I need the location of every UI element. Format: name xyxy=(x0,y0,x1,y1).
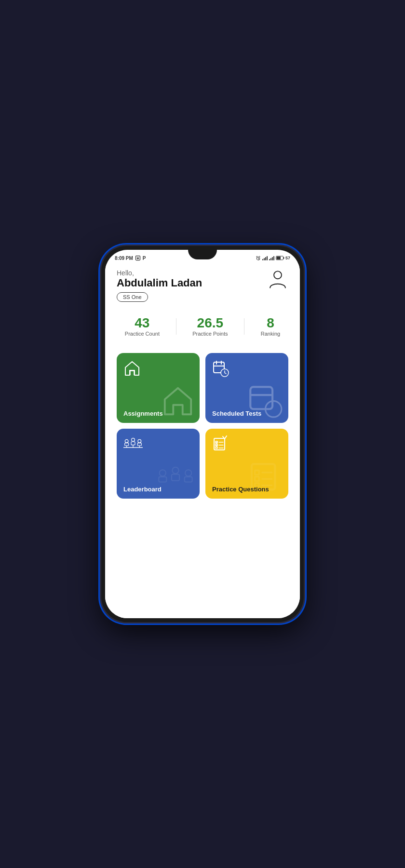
phone-screen: 8:09 PM P xyxy=(105,250,300,618)
home-bg-icon xyxy=(161,384,195,418)
stats-row: 43 Practice Count 26.5 Practice Points 8… xyxy=(117,312,288,341)
svg-point-8 xyxy=(274,271,282,279)
class-badge: SS One xyxy=(117,292,148,302)
greeting-block: Hello, Abdulalim Ladan SS One xyxy=(117,269,202,302)
ranking-label: Ranking xyxy=(261,331,280,337)
signal-icon-1 xyxy=(262,256,268,260)
svg-rect-32 xyxy=(185,477,192,482)
scheduled-tests-card[interactable]: Scheduled Tests xyxy=(205,353,288,423)
leaderboard-bg-icon xyxy=(156,462,195,494)
avatar-icon xyxy=(268,269,287,290)
svg-point-17 xyxy=(125,440,128,443)
ranking-number: 8 xyxy=(267,316,274,330)
checklist-icon xyxy=(212,435,229,452)
phone-frame: 8:09 PM P xyxy=(101,246,304,622)
practice-questions-card[interactable]: Practice Questions xyxy=(205,429,288,499)
svg-point-20 xyxy=(132,438,135,442)
svg-rect-24 xyxy=(137,443,141,446)
assignments-card[interactable]: Assignments xyxy=(117,353,200,423)
scheduled-tests-label: Scheduled Tests xyxy=(212,410,261,417)
leaderboard-card[interactable]: Leaderboard xyxy=(117,429,200,499)
practice-count-number: 43 xyxy=(135,316,149,330)
svg-rect-14 xyxy=(250,387,272,409)
calendar-clock-icon xyxy=(212,360,230,377)
leaderboard-icon xyxy=(123,435,143,452)
assignments-label: Assignments xyxy=(123,410,163,417)
p-icon: P xyxy=(143,256,146,261)
download-icon xyxy=(135,255,141,261)
practice-count-label: Practice Count xyxy=(125,331,160,337)
battery-percent: 57 xyxy=(285,256,290,260)
practice-questions-label: Practice Questions xyxy=(212,486,269,493)
stat-practice-points: 26.5 Practice Points xyxy=(192,316,228,337)
practice-points-number: 26.5 xyxy=(197,316,224,330)
greeting-hello: Hello, xyxy=(117,269,202,277)
leaderboard-label: Leaderboard xyxy=(123,486,162,493)
home-icon xyxy=(123,360,141,377)
svg-rect-36 xyxy=(216,447,217,448)
svg-line-4 xyxy=(259,256,260,257)
alarm-icon xyxy=(256,256,261,261)
svg-point-28 xyxy=(172,467,178,474)
signal-icon-2 xyxy=(269,256,274,260)
svg-line-3 xyxy=(256,256,257,257)
svg-rect-42 xyxy=(255,477,259,481)
header-section: Hello, Abdulalim Ladan SS One xyxy=(117,269,288,302)
phone-content: Hello, Abdulalim Ladan SS One 43 Practic… xyxy=(105,264,300,618)
stat-ranking: 8 Ranking xyxy=(261,316,280,337)
status-time: 8:09 PM xyxy=(115,256,133,261)
svg-rect-6 xyxy=(277,257,281,259)
practice-points-label: Practice Points xyxy=(192,331,228,337)
battery-icon: 57 xyxy=(276,256,290,260)
stat-divider-2 xyxy=(244,318,244,335)
svg-rect-41 xyxy=(255,471,259,475)
svg-rect-30 xyxy=(159,477,166,482)
svg-rect-21 xyxy=(131,442,135,445)
svg-rect-31 xyxy=(172,475,179,481)
cards-grid: Assignments xyxy=(117,353,288,499)
svg-point-29 xyxy=(185,470,191,476)
svg-point-23 xyxy=(138,440,141,443)
svg-rect-7 xyxy=(284,257,284,259)
svg-rect-18 xyxy=(125,443,129,446)
avatar[interactable] xyxy=(267,269,288,290)
stat-divider-1 xyxy=(176,318,176,335)
stat-practice-count: 43 Practice Count xyxy=(125,316,160,337)
greeting-name: Abdulalim Ladan xyxy=(117,277,202,289)
svg-point-27 xyxy=(160,470,166,476)
